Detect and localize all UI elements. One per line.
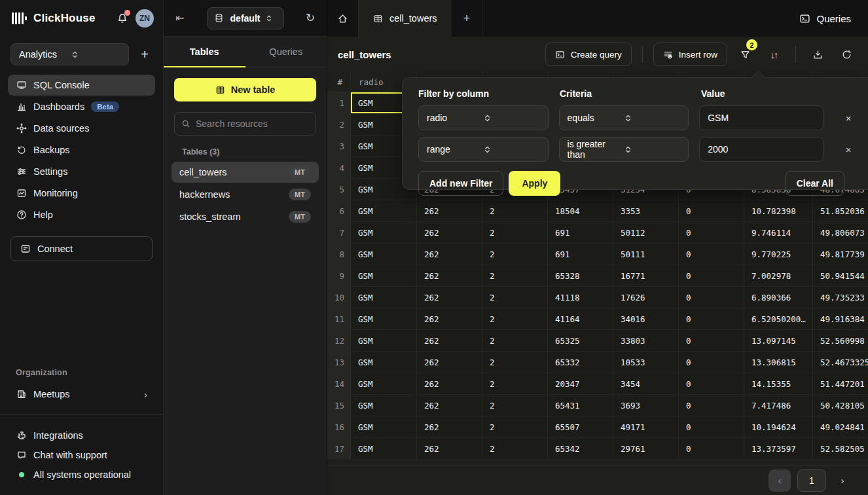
table-cell[interactable]: 17626: [613, 287, 679, 308]
notifications-button[interactable]: [115, 10, 130, 26]
table-cell[interactable]: 262: [417, 244, 482, 265]
filter-remove-button[interactable]: ×: [842, 144, 855, 155]
table-cell[interactable]: GSM: [351, 373, 417, 395]
table-cell[interactable]: 20347: [548, 373, 613, 395]
table-cell[interactable]: 2: [482, 438, 548, 460]
table-cell[interactable]: 6.890366: [744, 287, 813, 308]
table-cell[interactable]: 262: [417, 330, 482, 352]
table-cell[interactable]: 10.782398: [744, 200, 813, 222]
table-cell[interactable]: 65325: [548, 330, 613, 352]
table-cell[interactable]: 262: [417, 395, 482, 416]
table-cell[interactable]: 50.941544: [813, 265, 868, 287]
sidebar-item-dashboards[interactable]: Dashboards Beta: [8, 96, 155, 117]
table-cell[interactable]: 9.746114: [744, 222, 813, 244]
table-cell[interactable]: 262: [417, 222, 482, 244]
table-cell[interactable]: 262: [417, 287, 482, 308]
table-cell[interactable]: 2: [482, 373, 548, 395]
table-cell[interactable]: 262: [417, 308, 482, 330]
table-cell[interactable]: 49.916384: [813, 308, 868, 330]
sidebar-item-backups[interactable]: Backups: [8, 139, 155, 160]
table-cell[interactable]: GSM: [351, 330, 417, 352]
table-cell[interactable]: 0: [679, 222, 744, 244]
new-table-button[interactable]: New table: [174, 78, 316, 101]
filter-column-select[interactable]: radio: [418, 105, 549, 130]
table-cell[interactable]: 0: [679, 373, 744, 395]
table-item-cell-towers[interactable]: cell_towers MT: [172, 162, 319, 183]
table-cell[interactable]: 7.002978: [744, 265, 813, 287]
table-cell[interactable]: 262: [417, 438, 482, 460]
table-cell[interactable]: GSM: [351, 308, 417, 330]
next-page-button[interactable]: ›: [833, 469, 852, 492]
download-button[interactable]: [806, 43, 829, 65]
table-cell[interactable]: 41164: [548, 308, 613, 330]
table-cell[interactable]: 16771: [613, 265, 679, 287]
table-cell[interactable]: 10533: [613, 352, 679, 373]
table-cell[interactable]: 2: [482, 416, 548, 438]
table-cell[interactable]: 52.582505: [813, 438, 868, 460]
sidebar-item-meetups[interactable]: Meetups ›: [8, 384, 155, 405]
add-workspace-button[interactable]: +: [137, 47, 153, 62]
table-cell[interactable]: GSM: [351, 287, 417, 308]
table-cell[interactable]: 49.735233: [813, 287, 868, 308]
queries-button[interactable]: Queries: [782, 0, 868, 37]
table-cell[interactable]: 51.852036: [813, 200, 868, 222]
table-cell[interactable]: 13.097145: [744, 330, 813, 352]
clear-all-button[interactable]: Clear All: [786, 171, 844, 196]
table-cell[interactable]: 0: [679, 330, 744, 352]
table-cell[interactable]: 65507: [548, 416, 613, 438]
table-cell[interactable]: 65342: [548, 438, 613, 460]
connect-button[interactable]: Connect: [10, 236, 153, 261]
column-header-index[interactable]: #: [327, 72, 351, 92]
current-page[interactable]: 1: [797, 469, 826, 492]
table-cell[interactable]: 10.194624: [744, 416, 813, 438]
tab-queries[interactable]: Queries: [245, 37, 327, 67]
sidebar-item-sql-console[interactable]: SQL Console: [8, 75, 155, 96]
table-cell[interactable]: 49.817739: [813, 244, 868, 265]
table-cell[interactable]: 0: [679, 416, 744, 438]
table-cell[interactable]: 29761: [613, 438, 679, 460]
table-cell[interactable]: 0: [679, 265, 744, 287]
table-cell[interactable]: GSM: [351, 200, 417, 222]
table-cell[interactable]: GSM: [351, 395, 417, 416]
avatar[interactable]: ZN: [136, 9, 154, 28]
filter-criteria-select[interactable]: is greater than: [559, 137, 689, 162]
search-resources[interactable]: [174, 112, 316, 136]
table-cell[interactable]: 0: [679, 308, 744, 330]
table-cell[interactable]: 2: [482, 395, 548, 416]
add-filter-button[interactable]: Add new Filter: [418, 171, 503, 196]
table-cell[interactable]: 34016: [613, 308, 679, 330]
table-cell[interactable]: 0: [679, 438, 744, 460]
table-cell[interactable]: 9.770225: [744, 244, 813, 265]
table-item-stocks-stream[interactable]: stocks_stream MT: [172, 206, 319, 227]
filter-column-select[interactable]: range: [418, 137, 549, 162]
table-cell[interactable]: 33803: [613, 330, 679, 352]
table-cell[interactable]: 0: [679, 287, 744, 308]
table-cell[interactable]: 2: [482, 265, 548, 287]
table-cell[interactable]: 3454: [613, 373, 679, 395]
refresh-tables-icon[interactable]: ↻: [303, 11, 317, 25]
filter-remove-button[interactable]: ×: [842, 113, 855, 124]
table-cell[interactable]: 65332: [548, 352, 613, 373]
table-cell[interactable]: GSM: [351, 265, 417, 287]
table-cell[interactable]: 65328: [548, 265, 613, 287]
table-cell[interactable]: 2: [482, 287, 548, 308]
table-cell[interactable]: 50111: [613, 244, 679, 265]
table-cell[interactable]: 50112: [613, 222, 679, 244]
table-item-hackernews[interactable]: hackernews MT: [172, 184, 319, 205]
table-cell[interactable]: 41118: [548, 287, 613, 308]
table-cell[interactable]: 6.52050200…: [744, 308, 813, 330]
insert-row-button[interactable]: Insert row: [653, 43, 727, 66]
sidebar-item-monitoring[interactable]: Monitoring: [8, 183, 155, 204]
sidebar-item-settings[interactable]: Settings: [8, 161, 155, 182]
sidebar-item-help[interactable]: Help: [8, 204, 155, 225]
table-cell[interactable]: 691: [548, 222, 613, 244]
table-cell[interactable]: 2: [482, 352, 548, 373]
create-query-button[interactable]: Create query: [545, 43, 632, 66]
sidebar-item-data-sources[interactable]: Data sources: [8, 118, 155, 139]
table-cell[interactable]: 13.306815: [744, 352, 813, 373]
tab-cell-towers[interactable]: cell_towers: [359, 0, 452, 37]
table-cell[interactable]: 49171: [613, 416, 679, 438]
table-cell[interactable]: 3353: [613, 200, 679, 222]
previous-page-button[interactable]: ‹: [769, 469, 791, 492]
table-cell[interactable]: 49.024841: [813, 416, 868, 438]
